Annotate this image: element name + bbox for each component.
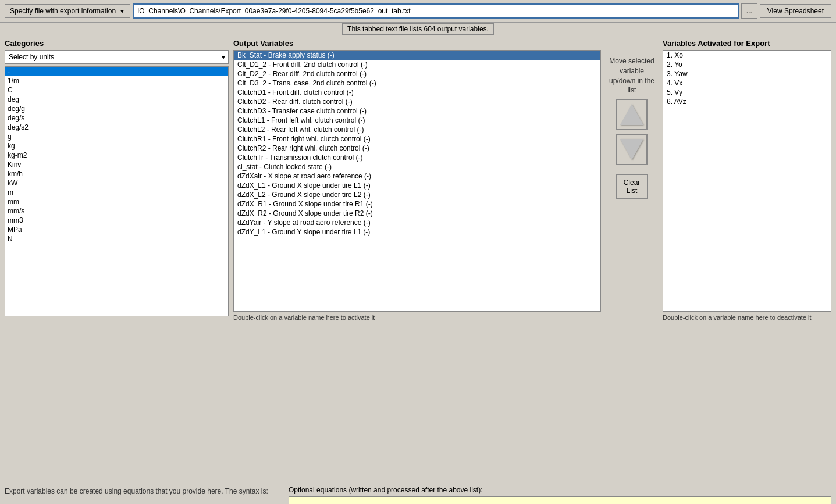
clear-list-label: ClearList bbox=[624, 178, 641, 195]
view-spreadsheet-button[interactable]: View Spreadsheet bbox=[760, 4, 831, 18]
list-item[interactable]: g bbox=[5, 132, 228, 141]
list-item[interactable]: N bbox=[5, 234, 228, 244]
define-output-text: Export variables can be created using eq… bbox=[5, 486, 284, 504]
list-item[interactable]: 2. Yo bbox=[663, 60, 831, 69]
list-item[interactable]: cl_stat - Clutch locked state (-) bbox=[234, 162, 600, 171]
equations-title: Optional equations (written and processe… bbox=[289, 486, 831, 494]
list-item[interactable]: dZdX_R1 - Ground X slope under tire R1 (… bbox=[234, 199, 600, 209]
output-panel: Output Variables Bk_Stat - Brake apply s… bbox=[233, 39, 601, 478]
equations-textarea[interactable] bbox=[289, 496, 831, 504]
list-item[interactable]: dZdX_L2 - Ground X slope under tire L2 (… bbox=[234, 190, 600, 199]
list-item[interactable]: ClutchD3 - Transfer case clutch control … bbox=[234, 106, 600, 116]
info-message: This tabbed text file lists 604 output v… bbox=[342, 23, 494, 35]
list-item[interactable]: kW bbox=[5, 178, 228, 188]
list-item[interactable]: ClutchL2 - Rear left whl. clutch control… bbox=[234, 125, 600, 134]
list-item[interactable]: ClutchD2 - Rear diff. clutch control (-) bbox=[234, 97, 600, 106]
list-item[interactable]: deg bbox=[5, 95, 228, 104]
move-up-button[interactable] bbox=[616, 99, 648, 130]
move-text: Move selected variable up/down in the li… bbox=[606, 56, 658, 95]
list-item[interactable]: Clt_D2_2 - Rear diff. 2nd clutch control… bbox=[234, 69, 600, 78]
output-variables-hint: Double-click on a variable name here to … bbox=[233, 314, 601, 321]
list-item[interactable]: ClutchD1 - Front diff. clutch control (-… bbox=[234, 88, 600, 97]
list-item[interactable]: kg-m2 bbox=[5, 151, 228, 160]
list-item[interactable]: m bbox=[5, 188, 228, 197]
specify-file-button[interactable]: Specify file with export information ▼ bbox=[5, 4, 130, 18]
file-path-input[interactable] bbox=[133, 3, 739, 19]
list-item[interactable]: dZdY_L1 - Ground Y slope under tire L1 (… bbox=[234, 227, 600, 237]
categories-dropdown[interactable]: Select by units bbox=[5, 50, 229, 64]
browse-button[interactable]: ... bbox=[741, 3, 757, 19]
clear-list-button[interactable]: ClearList bbox=[616, 174, 648, 199]
list-item[interactable]: ClutchL1 - Front left whl. clutch contro… bbox=[234, 116, 600, 125]
output-variables-title: Output Variables bbox=[233, 39, 601, 48]
activated-hint: Double-click on a variable name here to … bbox=[663, 314, 831, 321]
info-bar: This tabbed text file lists 604 output v… bbox=[0, 23, 836, 35]
activated-title: Variables Activated for Export bbox=[663, 39, 831, 48]
list-item[interactable]: 6. AVz bbox=[663, 97, 831, 106]
list-item[interactable]: dZdX_R2 - Ground X slope under tire R2 (… bbox=[234, 209, 600, 218]
list-item[interactable]: Clt_D1_2 - Front diff. 2nd clutch contro… bbox=[234, 60, 600, 69]
arrow-up-icon bbox=[620, 104, 643, 125]
list-item[interactable]: mm bbox=[5, 197, 228, 206]
list-item[interactable]: ClutchR1 - Front right whl. clutch contr… bbox=[234, 134, 600, 144]
list-item[interactable]: MPa bbox=[5, 225, 228, 234]
controls-panel: Move selected variable up/down in the li… bbox=[606, 39, 658, 478]
list-item[interactable]: km/h bbox=[5, 169, 228, 178]
list-item[interactable]: kg bbox=[5, 141, 228, 151]
list-item[interactable]: ClutchR2 - Rear right whl. clutch contro… bbox=[234, 144, 600, 153]
list-item[interactable]: Kinv bbox=[5, 160, 228, 169]
list-item[interactable]: ClutchTr - Transmission clutch control (… bbox=[234, 153, 600, 162]
move-down-button[interactable] bbox=[616, 134, 648, 165]
list-item[interactable]: 4. Vx bbox=[663, 78, 831, 88]
categories-title: Categories bbox=[5, 39, 229, 48]
output-variables-listbox[interactable]: Bk_Stat - Brake apply status (-)Clt_D1_2… bbox=[233, 50, 601, 312]
categories-listbox[interactable]: -1/mCdegdeg/gdeg/sdeg/s2gkgkg-m2Kinvkm/h… bbox=[5, 66, 229, 316]
categories-dropdown-wrapper: Select by units ▼ bbox=[5, 50, 229, 64]
main-area: Categories Select by units ▼ -1/mCdegdeg… bbox=[0, 35, 836, 481]
equations-panel: Optional equations (written and processe… bbox=[289, 486, 831, 504]
list-item[interactable]: dZdXair - X slope at road aero reference… bbox=[234, 171, 600, 181]
list-item[interactable]: 5. Vy bbox=[663, 88, 831, 97]
arrow-down-icon bbox=[620, 139, 643, 160]
list-item[interactable]: deg/s bbox=[5, 113, 228, 123]
activated-panel: Variables Activated for Export 1. Xo2. Y… bbox=[663, 39, 831, 478]
list-item[interactable]: deg/g bbox=[5, 104, 228, 113]
list-item[interactable]: mm3 bbox=[5, 216, 228, 225]
list-item[interactable]: dZdYair - Y slope at road aero reference… bbox=[234, 218, 600, 227]
list-item[interactable]: 1/m bbox=[5, 76, 228, 85]
list-item[interactable]: - bbox=[5, 67, 228, 76]
specify-dropdown-arrow: ▼ bbox=[119, 8, 125, 15]
list-item[interactable]: mm/s bbox=[5, 206, 228, 216]
list-item[interactable]: C bbox=[5, 85, 228, 95]
specify-file-label: Specify file with export information bbox=[10, 7, 116, 15]
list-item[interactable]: 3. Yaw bbox=[663, 69, 831, 78]
list-item[interactable]: Clt_D3_2 - Trans. case, 2nd clutch contr… bbox=[234, 78, 600, 88]
list-item[interactable]: dZdX_L1 - Ground X slope under tire L1 (… bbox=[234, 181, 600, 190]
list-item[interactable]: deg/s2 bbox=[5, 123, 228, 132]
list-item[interactable]: Bk_Stat - Brake apply status (-) bbox=[234, 51, 600, 60]
bottom-area: Export variables can be created using eq… bbox=[0, 484, 836, 504]
categories-panel: Categories Select by units ▼ -1/mCdegdeg… bbox=[5, 39, 229, 478]
top-bar: Specify file with export information ▼ .… bbox=[0, 0, 836, 23]
activated-listbox[interactable]: 1. Xo2. Yo3. Yaw4. Vx5. Vy6. AVz bbox=[663, 50, 831, 312]
list-item[interactable]: 1. Xo bbox=[663, 51, 831, 60]
